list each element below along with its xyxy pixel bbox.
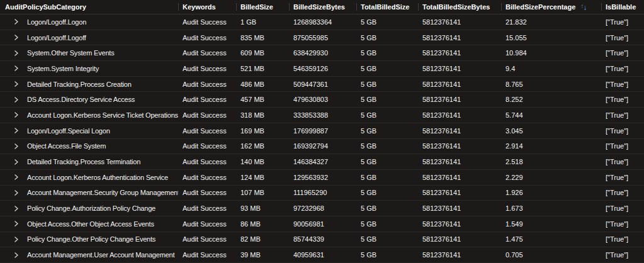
cell-total-billed-size-bytes: 5812376141 xyxy=(418,30,501,45)
cell-billed-size-percentage: 1.926 xyxy=(501,186,601,201)
cell-billed-size-percentage: 8.252 xyxy=(501,92,601,107)
cell-billed-size-percentage: 1.549 xyxy=(501,216,601,232)
table-row[interactable]: Policy Change.Authorization Policy Chang… xyxy=(0,201,644,216)
column-header-label: TotalBilledSizeBytes xyxy=(422,3,490,11)
table-row[interactable]: Account Management.User Account Manageme… xyxy=(0,247,644,263)
chevron-right-icon[interactable] xyxy=(14,81,19,87)
cell-total-billed-size: 5 GB xyxy=(356,45,418,60)
cell-total-billed-size-bytes: 5812376141 xyxy=(418,201,501,216)
cell-total-billed-size-bytes: 5812376141 xyxy=(418,216,501,232)
cell-billed-size-bytes: 875055985 xyxy=(289,30,356,45)
cell-billed-size-bytes: 90056981 xyxy=(289,216,356,232)
column-header-audit-policy-subcategory[interactable]: AuditPolicySubCategory xyxy=(0,0,178,14)
table-row[interactable]: Detailed Tracking.Process Termination Au… xyxy=(0,154,644,170)
cell-total-billed-size-bytes: 5812376141 xyxy=(418,45,501,60)
table-row[interactable]: Detailed Tracking.Process Creation Audit… xyxy=(0,77,644,92)
cell-is-billable: ["True"] xyxy=(601,108,644,123)
column-header-billed-size[interactable]: BilledSize xyxy=(236,0,289,14)
cell-total-billed-size: 5 GB xyxy=(356,77,418,92)
chevron-right-icon[interactable] xyxy=(14,221,19,227)
cell-total-billed-size-bytes: 5812376141 xyxy=(418,92,501,107)
grid-body: Logon/Logoff.Logon Audit Success 1 GB 12… xyxy=(0,14,644,263)
cell-total-billed-size: 5 GB xyxy=(356,154,418,169)
cell-audit-policy-subcategory: Account Management.User Account Manageme… xyxy=(0,247,178,262)
cell-billed-size: 835 MB xyxy=(236,30,289,45)
table-row[interactable]: Account Logon.Kerberos Service Ticket Op… xyxy=(0,108,644,123)
table-row[interactable]: Object Access.Other Object Access Events… xyxy=(0,216,644,232)
cell-value: Account Management.User Account Manageme… xyxy=(27,251,174,259)
chevron-right-icon[interactable] xyxy=(14,252,19,258)
cell-total-billed-size: 5 GB xyxy=(356,108,418,123)
cell-billed-size-bytes: 97232968 xyxy=(289,201,356,216)
chevron-right-icon[interactable] xyxy=(14,190,19,196)
cell-is-billable: ["True"] xyxy=(601,14,644,30)
cell-audit-policy-subcategory: Detailed Tracking.Process Termination xyxy=(0,154,178,169)
cell-billed-size: 486 MB xyxy=(236,77,289,92)
table-row[interactable]: Object Access.File System Audit Success … xyxy=(0,139,644,155)
table-row[interactable]: System.Other System Events Audit Success… xyxy=(0,45,644,61)
cell-audit-policy-subcategory: System.System Integrity xyxy=(0,61,178,76)
cell-keywords: Audit Success xyxy=(178,77,236,92)
chevron-right-icon[interactable] xyxy=(14,19,19,25)
cell-billed-size-bytes: 146384327 xyxy=(289,154,356,169)
cell-billed-size-bytes: 479630803 xyxy=(289,92,356,107)
chevron-right-icon[interactable] xyxy=(14,65,19,71)
column-header-billed-size-percentage[interactable]: BilledSizePercentage ↑↓ xyxy=(501,0,601,14)
table-row[interactable]: Policy Change.Other Policy Change Events… xyxy=(0,232,644,248)
chevron-right-icon[interactable] xyxy=(14,174,19,180)
cell-billed-size: 609 MB xyxy=(236,45,289,60)
cell-total-billed-size: 5 GB xyxy=(356,201,418,216)
chevron-right-icon[interactable] xyxy=(14,159,19,165)
column-header-is-billable[interactable]: IsBillable xyxy=(601,0,644,14)
cell-value: Logon/Logoff.Logoff xyxy=(27,34,86,42)
cell-audit-policy-subcategory: Object Access.File System xyxy=(0,139,178,154)
cell-value: Object Access.File System xyxy=(27,142,106,150)
chevron-right-icon[interactable] xyxy=(14,237,19,242)
cell-total-billed-size: 5 GB xyxy=(356,30,418,45)
column-header-billed-size-bytes[interactable]: BilledSizeBytes xyxy=(289,0,356,14)
chevron-right-icon[interactable] xyxy=(14,35,19,40)
cell-billed-size-bytes: 111965290 xyxy=(289,186,356,201)
chevron-right-icon[interactable] xyxy=(14,128,19,133)
chevron-right-icon[interactable] xyxy=(14,143,19,149)
cell-billed-size: 140 MB xyxy=(236,154,289,169)
cell-total-billed-size-bytes: 5812376141 xyxy=(418,186,501,201)
cell-is-billable: ["True"] xyxy=(601,77,644,92)
cell-keywords: Audit Success xyxy=(178,92,236,107)
results-grid: AuditPolicySubCategory Keywords BilledSi… xyxy=(0,0,644,263)
cell-audit-policy-subcategory: Detailed Tracking.Process Creation xyxy=(0,77,178,92)
cell-is-billable: ["True"] xyxy=(601,45,644,60)
table-row[interactable]: Account Management.Security Group Manage… xyxy=(0,186,644,201)
cell-billed-size-bytes: 129563932 xyxy=(289,170,356,185)
table-row[interactable]: Logon/Logoff.Special Logon Audit Success… xyxy=(0,123,644,139)
chevron-right-icon[interactable] xyxy=(14,50,19,56)
cell-billed-size-percentage: 2.518 xyxy=(501,154,601,169)
chevron-right-icon[interactable] xyxy=(14,97,19,103)
cell-billed-size-percentage: 0.705 xyxy=(501,247,601,262)
cell-total-billed-size: 5 GB xyxy=(356,247,418,262)
cell-keywords: Audit Success xyxy=(178,45,236,60)
table-row[interactable]: DS Access.Directory Service Access Audit… xyxy=(0,92,644,108)
column-header-total-billed-size-bytes[interactable]: TotalBilledSizeBytes xyxy=(418,0,501,14)
table-row[interactable]: Account Logon.Kerberos Authentication Se… xyxy=(0,170,644,186)
cell-billed-size-percentage: 5.744 xyxy=(501,108,601,123)
column-header-keywords[interactable]: Keywords xyxy=(178,0,236,14)
cell-audit-policy-subcategory: Policy Change.Authorization Policy Chang… xyxy=(0,201,178,216)
sort-descending-icon: ↓ xyxy=(583,3,587,12)
chevron-right-icon[interactable] xyxy=(14,206,19,211)
cell-keywords: Audit Success xyxy=(178,30,236,45)
cell-total-billed-size: 5 GB xyxy=(356,186,418,201)
cell-value: System.Other System Events xyxy=(27,49,114,57)
cell-keywords: Audit Success xyxy=(178,201,236,216)
chevron-right-icon[interactable] xyxy=(14,112,19,118)
table-row[interactable]: System.System Integrity Audit Success 52… xyxy=(0,61,644,77)
cell-audit-policy-subcategory: Logon/Logoff.Special Logon xyxy=(0,123,178,138)
table-row[interactable]: Logon/Logoff.Logon Audit Success 1 GB 12… xyxy=(0,14,644,30)
table-row[interactable]: Logon/Logoff.Logoff Audit Success 835 MB… xyxy=(0,30,644,46)
cell-keywords: Audit Success xyxy=(178,170,236,185)
cell-billed-size: 86 MB xyxy=(236,216,289,232)
cell-keywords: Audit Success xyxy=(178,216,236,232)
column-header-total-billed-size[interactable]: TotalBilledSize xyxy=(356,0,418,14)
cell-total-billed-size: 5 GB xyxy=(356,123,418,138)
cell-is-billable: ["True"] xyxy=(601,154,644,169)
